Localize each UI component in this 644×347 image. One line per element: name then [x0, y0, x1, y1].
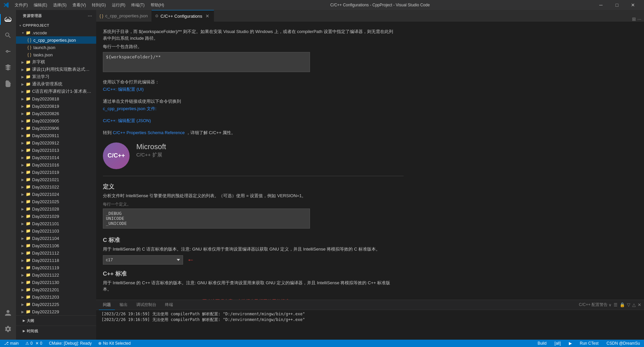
- tree-item-10[interactable]: ▶ 📁 Day20220911: [16, 132, 96, 139]
- statusbar-git[interactable]: ⎇ main: [3, 340, 20, 347]
- activity-search-icon[interactable]: [0, 27, 16, 43]
- tree-tasks-json[interactable]: { } tasks.json: [16, 51, 96, 58]
- panel-lock-icon[interactable]: 🔒: [620, 302, 625, 307]
- titlebar-menu[interactable]: 文件(F) 编辑(E) 选择(S) 查看(V) 转到(G) 运行(R) 终端(T…: [12, 2, 167, 9]
- tree-item-26[interactable]: ▶ 📁 Day20221112: [16, 249, 96, 257]
- tree-item-25[interactable]: ▶ 📁 Day20221106: [16, 242, 96, 249]
- panel-tab-debug[interactable]: 调试控制台: [132, 300, 160, 310]
- tab-cpp-props[interactable]: { } c_cpp_properties.json: [96, 10, 152, 22]
- tab-bar-actions[interactable]: ⊞ ···: [629, 16, 644, 22]
- tree-item-1[interactable]: ▶ 📁 课设(1)利用找实现数表达式求值(C...: [16, 66, 96, 73]
- panel-tab-terminal[interactable]: 终端: [161, 300, 177, 310]
- tree-launch-json[interactable]: { } launch.json: [16, 44, 96, 51]
- activity-settings-icon[interactable]: [0, 321, 16, 337]
- tree-item-8[interactable]: ▶ 📁 Day20220905: [16, 117, 96, 124]
- statusbar-errors[interactable]: ⚠ 0 ✕ 0: [24, 340, 43, 347]
- menu-file[interactable]: 文件(F): [12, 2, 30, 9]
- tree-item-0[interactable]: ▶ 📁 并字棋: [16, 58, 96, 66]
- tree-c-cpp-properties[interactable]: { } c_cpp_properties.json: [16, 36, 96, 44]
- tree-item-15[interactable]: ▶ 📁 Day20221019: [16, 168, 96, 176]
- tree-item-27[interactable]: ▶ 📁 Day20221118: [16, 257, 96, 264]
- tree-item-19[interactable]: ▶ 📁 Day20221025: [16, 198, 96, 205]
- item-1-folder-icon: 📁: [25, 67, 31, 72]
- statusbar-build[interactable]: Build: [536, 340, 548, 347]
- open-json-link[interactable]: C/C++: 编辑配置 (JSON): [103, 118, 151, 124]
- tree-item-5[interactable]: ▶ 📁 Day20220818: [16, 95, 96, 102]
- panel-close-icon[interactable]: ✕: [638, 302, 641, 307]
- tree-item-31[interactable]: ▶ 📁 Day20221201: [16, 286, 96, 293]
- tree-item-21[interactable]: ▶ 📁 Day20221029: [16, 213, 96, 220]
- tree-item-22[interactable]: ▶ 📁 Day20221101: [16, 220, 96, 227]
- activity-extensions-icon[interactable]: [0, 75, 16, 91]
- menu-select[interactable]: 选择(S): [50, 2, 69, 9]
- activity-git-icon[interactable]: [0, 43, 16, 59]
- sidebar-more-icon[interactable]: ···: [88, 13, 92, 19]
- include-path-textarea[interactable]: ${workspaceFolder}/**: [103, 52, 310, 72]
- panel-minimize-icon[interactable]: ▽: [627, 302, 630, 307]
- menu-terminal[interactable]: 终端(T): [129, 2, 147, 9]
- statusbar-all[interactable]: [all]: [553, 340, 562, 347]
- tree-item-14[interactable]: ▶ 📁 Day20221016: [16, 161, 96, 168]
- tree-item-11[interactable]: ▶ 📁 Day20220912: [16, 139, 96, 146]
- tree-item-13[interactable]: ▶ 📁 Day20221014: [16, 154, 96, 161]
- menu-goto[interactable]: 转到(G): [89, 2, 108, 9]
- tab-close-button[interactable]: ✕: [204, 13, 210, 19]
- panel-dropdown-arrow-icon[interactable]: ∨: [609, 303, 612, 307]
- define-textarea[interactable]: _DEBUG UNICODE _UNICODE: [103, 209, 310, 229]
- statusbar-cmake[interactable]: CMake: [Debug]: Ready: [47, 340, 93, 347]
- tree-project-root[interactable]: ▾ CPPPROJECT: [16, 22, 96, 29]
- tree-item-17[interactable]: ▶ 📁 Day20221022: [16, 183, 96, 191]
- editor-content[interactable]: 系统列子目录，而 ${workspaceFolder}/** 则不定。如果在安装…: [96, 22, 644, 300]
- close-button[interactable]: ✕: [625, 0, 641, 10]
- tree-item-12[interactable]: ▶ 📁 Day20221013: [16, 146, 96, 154]
- menu-view[interactable]: 查看(V): [70, 2, 89, 9]
- panel-list-icon[interactable]: ☰: [614, 302, 618, 307]
- open-ui-link[interactable]: C/C++: 编辑配置 (UI): [103, 86, 144, 92]
- open-json-file-link[interactable]: c_cpp_properties.json 文件:: [103, 106, 156, 112]
- tree-item-30[interactable]: ▶ 📁 Day20221130: [16, 279, 96, 286]
- menu-edit[interactable]: 编辑(E): [31, 2, 50, 9]
- titlebar-controls[interactable]: ─ □ ✕: [593, 0, 641, 10]
- panel-tab-problems[interactable]: 问题: [99, 300, 115, 310]
- tree-item-32[interactable]: ▶ 📁 Day20221203: [16, 293, 96, 301]
- tree-item-7[interactable]: ▶ 📁 Day20220826: [16, 110, 96, 117]
- activity-explorer-icon[interactable]: [0, 11, 16, 27]
- tree-item-29[interactable]: ▶ 📁 Day20221122: [16, 271, 96, 279]
- tree-item-20[interactable]: ▶ 📁 Day20221028: [16, 205, 96, 213]
- menu-help[interactable]: 帮助(H): [148, 2, 167, 9]
- schema-link[interactable]: C/C++ Properties Schema Reference: [113, 130, 185, 135]
- tab-more-icon[interactable]: ···: [637, 16, 641, 22]
- activity-account-icon[interactable]: [0, 305, 16, 321]
- tab-split-editor-icon[interactable]: ⊞: [632, 16, 636, 22]
- panel-filter-label[interactable]: C/C++ 配置警告 ∨: [579, 302, 612, 308]
- tree-vscode-folder[interactable]: ▾ 📁 .vscode: [16, 29, 96, 36]
- panel-tab-output[interactable]: 输出: [116, 300, 132, 310]
- tree-item-23[interactable]: ▶ 📁 Day20221103: [16, 227, 96, 235]
- tree-item-34[interactable]: ▶ 📁 Day20221229: [16, 308, 96, 315]
- panel-maximize-icon[interactable]: △: [632, 302, 636, 307]
- sidebar-outline-header[interactable]: ▶ 大纲: [16, 317, 96, 324]
- tree-item-3[interactable]: ▶ 📁 通讯录管理系统: [16, 80, 96, 88]
- statusbar-kit[interactable]: ⊗ No Kit Selected: [97, 340, 132, 347]
- tree-item-28[interactable]: ▶ 📁 Day20221119: [16, 264, 96, 271]
- minimize-button[interactable]: ─: [593, 0, 609, 10]
- activity-debug-icon[interactable]: [0, 59, 16, 75]
- open-ui-link-row: C/C++: 编辑配置 (UI): [103, 86, 404, 92]
- tree-item-18[interactable]: ▶ 📁 Day20221024: [16, 191, 96, 198]
- sidebar-timeline-header[interactable]: ▶ 时间线: [16, 327, 96, 335]
- sidebar-tree[interactable]: ▾ CPPPROJECT ▾ 📁 .vscode { } c_cpp_prope…: [16, 22, 96, 340]
- tree-item-6[interactable]: ▶ 📁 Day20220819: [16, 102, 96, 110]
- statusbar-play[interactable]: ▶: [568, 340, 573, 347]
- menu-run[interactable]: 运行(R): [109, 2, 128, 9]
- statusbar-run-ctest[interactable]: Run CTest: [579, 340, 600, 347]
- maximize-button[interactable]: □: [609, 0, 625, 10]
- tree-item-4[interactable]: ▶ 📁 C语言程序课程设计1-算术表达式求值: [16, 88, 96, 95]
- c-standard-select[interactable]: c17 c89 c99 c11 c14 c18 gnu89 gnu99 gnu1…: [103, 255, 183, 265]
- tree-item-2[interactable]: ▶ 📁 算法学习: [16, 73, 96, 80]
- tree-item-33[interactable]: ▶ 📁 Day20221225: [16, 301, 96, 308]
- tree-item-16[interactable]: ▶ 📁 Day20221021: [16, 176, 96, 183]
- tab-cpp-config[interactable]: ⚙ C/C++ Configurations ✕: [152, 10, 214, 22]
- sidebar-actions[interactable]: ···: [88, 13, 92, 19]
- tree-item-24[interactable]: ▶ 📁 Day20221104: [16, 235, 96, 242]
- tree-item-9[interactable]: ▶ 📁 Day20220906: [16, 124, 96, 132]
